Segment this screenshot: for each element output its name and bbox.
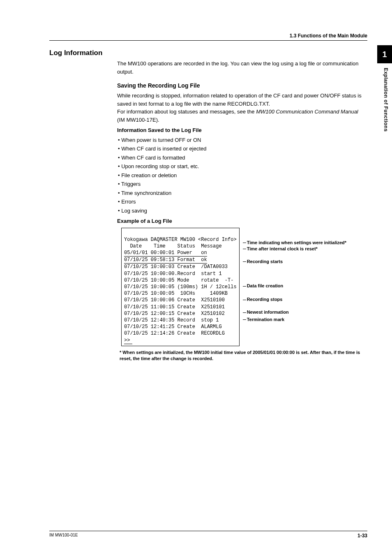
info-saved-list: When power is turned OFF or ON When CF c…: [117, 136, 367, 215]
log-line: 07/10/25 10:00:00.Record start 1: [124, 271, 222, 277]
annotation: Recording starts: [243, 259, 346, 264]
log-line: 07/10/25 10:00:03 Create /DATA0033: [124, 264, 228, 270]
subheading-saving: Saving the Recording Log File: [117, 81, 367, 90]
list-item: When CF card is inserted or ejected: [118, 145, 367, 153]
subheading-infosaved: Information Saved to the Log File: [117, 126, 367, 134]
log-line: 07/10/25 12:40:35 Record stop 1: [124, 317, 219, 323]
chapter-side-label: Explanation of Functions: [383, 68, 389, 132]
section-title: Log Information: [49, 49, 117, 57]
annotation: Newest information: [243, 310, 346, 315]
log-line: 05/01/01 00:00:01 Power on: [124, 250, 207, 257]
log-line: 07/10/25 12:14:26 Create RECORDLG: [124, 331, 225, 336]
footer-doc-id: IM MW100-01E: [49, 533, 78, 539]
log-line: Date Time Status Message: [124, 243, 222, 249]
log-line: 07/10/25 12:41:25 Create ALARMLG: [124, 324, 222, 330]
log-line: 07/10/25 10:00:05 (100ms) 1H / 12cells: [124, 284, 237, 290]
chapter-tab: 1: [377, 45, 392, 63]
log-line: Yokogawa DAQMASTER MW100 <Record Info>: [124, 237, 237, 243]
annotations: Time indicating when settings were initi…: [243, 228, 346, 322]
annotation: Time after internal clock is reset*: [243, 246, 346, 252]
log-line: 07/10/25 09:58:13 Format ok: [124, 257, 207, 264]
log-file-box: Yokogawa DAQMASTER MW100 <Record Info> D…: [121, 228, 240, 346]
annotation: Data file creation: [243, 283, 346, 289]
list-item: When CF card is formatted: [118, 154, 367, 162]
log-line: 07/10/25 10:00:05 10CHs 1409KB: [124, 291, 228, 296]
log-line: 07/10/25 11:00:15 Create X2510101: [124, 304, 225, 310]
footnote: * When settings are initialized, the MW1…: [120, 349, 367, 362]
saving-p2: For information about log statuses and m…: [117, 108, 367, 124]
log-line: 07/10/25 10:00:05 Mode rotate -T-: [124, 278, 233, 283]
log-line: 07/10/25 12:00:15 Create X2510102: [124, 311, 225, 317]
annotation: Recording stops: [243, 297, 346, 302]
list-item: Triggers: [118, 180, 367, 188]
list-item: Upon recording stop or start, etc.: [118, 162, 367, 171]
list-item: File creation or deletion: [118, 171, 367, 180]
saving-p1: While recording is stopped, information …: [117, 92, 367, 108]
footer-page-number: 1-33: [357, 533, 367, 539]
intro-paragraph: The MW100 operations are recorded in the…: [117, 60, 367, 76]
list-item: Time synchronization: [118, 189, 367, 197]
log-line: >>: [124, 337, 132, 344]
list-item: Log saving: [118, 207, 367, 215]
annotation: Time indicating when settings were initi…: [243, 240, 346, 245]
saving-p2-italic: MW100 Communication Command Manual: [256, 109, 358, 115]
footer: IM MW100-01E 1-33: [49, 531, 367, 539]
saving-p2a: For information about log statuses and m…: [117, 109, 256, 115]
list-item: Errors: [118, 198, 367, 206]
header-rule: [49, 40, 367, 41]
annotation: Termination mark: [243, 317, 346, 322]
subheading-example: Example of a Log File: [117, 217, 367, 225]
header-breadcrumb: 1.3 Functions of the Main Module: [49, 33, 367, 39]
log-line: 07/10/25 10:00:06 Create X2510100: [124, 297, 225, 303]
saving-p2b: (IM MW100-17E).: [117, 117, 159, 123]
list-item: When power is turned OFF or ON: [118, 136, 367, 144]
